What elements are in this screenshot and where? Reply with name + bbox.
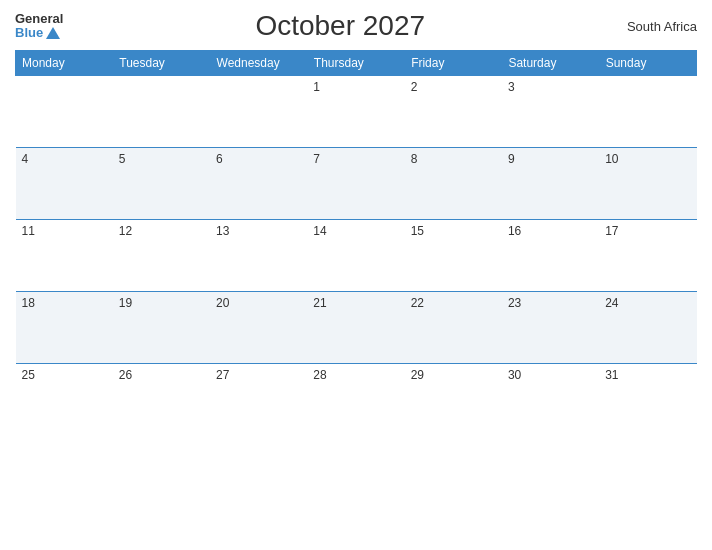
calendar-day-cell: 25 xyxy=(16,364,113,436)
calendar-day-cell: 2 xyxy=(405,76,502,148)
day-number: 8 xyxy=(411,152,418,166)
day-number: 27 xyxy=(216,368,229,382)
day-number: 6 xyxy=(216,152,223,166)
day-number: 24 xyxy=(605,296,618,310)
calendar-day-cell: 19 xyxy=(113,292,210,364)
logo-blue-text: Blue xyxy=(15,26,60,40)
calendar-day-cell: 28 xyxy=(307,364,404,436)
calendar-day-cell: 30 xyxy=(502,364,599,436)
calendar-day-cell: 22 xyxy=(405,292,502,364)
weekday-header-row: Monday Tuesday Wednesday Thursday Friday… xyxy=(16,51,697,76)
day-number: 9 xyxy=(508,152,515,166)
calendar-day-cell: 26 xyxy=(113,364,210,436)
calendar-day-cell: 15 xyxy=(405,220,502,292)
day-number: 28 xyxy=(313,368,326,382)
calendar-title: October 2027 xyxy=(63,10,617,42)
calendar-week-row: 45678910 xyxy=(16,148,697,220)
day-number: 16 xyxy=(508,224,521,238)
calendar-day-cell: 17 xyxy=(599,220,696,292)
country-label: South Africa xyxy=(617,19,697,34)
calendar-day-cell: 27 xyxy=(210,364,307,436)
day-number: 26 xyxy=(119,368,132,382)
calendar-day-cell xyxy=(16,76,113,148)
calendar-day-cell: 31 xyxy=(599,364,696,436)
header-saturday: Saturday xyxy=(502,51,599,76)
day-number: 7 xyxy=(313,152,320,166)
calendar-day-cell xyxy=(210,76,307,148)
day-number: 30 xyxy=(508,368,521,382)
day-number: 31 xyxy=(605,368,618,382)
day-number: 20 xyxy=(216,296,229,310)
calendar-day-cell: 4 xyxy=(16,148,113,220)
calendar-day-cell: 13 xyxy=(210,220,307,292)
calendar-day-cell: 20 xyxy=(210,292,307,364)
day-number: 11 xyxy=(22,224,35,238)
calendar-day-cell: 3 xyxy=(502,76,599,148)
calendar-day-cell: 11 xyxy=(16,220,113,292)
calendar-day-cell: 7 xyxy=(307,148,404,220)
calendar-day-cell: 8 xyxy=(405,148,502,220)
calendar-day-cell: 29 xyxy=(405,364,502,436)
calendar-week-row: 11121314151617 xyxy=(16,220,697,292)
header-thursday: Thursday xyxy=(307,51,404,76)
calendar-grid: Monday Tuesday Wednesday Thursday Friday… xyxy=(15,50,697,436)
calendar-day-cell xyxy=(113,76,210,148)
calendar-day-cell xyxy=(599,76,696,148)
calendar-day-cell: 21 xyxy=(307,292,404,364)
day-number: 5 xyxy=(119,152,126,166)
calendar-day-cell: 5 xyxy=(113,148,210,220)
calendar-day-cell: 14 xyxy=(307,220,404,292)
header-sunday: Sunday xyxy=(599,51,696,76)
header-monday: Monday xyxy=(16,51,113,76)
day-number: 3 xyxy=(508,80,515,94)
calendar-day-cell: 12 xyxy=(113,220,210,292)
calendar-day-cell: 16 xyxy=(502,220,599,292)
day-number: 19 xyxy=(119,296,132,310)
day-number: 17 xyxy=(605,224,618,238)
calendar-day-cell: 24 xyxy=(599,292,696,364)
calendar-day-cell: 6 xyxy=(210,148,307,220)
calendar-week-row: 18192021222324 xyxy=(16,292,697,364)
day-number: 10 xyxy=(605,152,618,166)
day-number: 12 xyxy=(119,224,132,238)
calendar-week-row: 25262728293031 xyxy=(16,364,697,436)
calendar-day-cell: 18 xyxy=(16,292,113,364)
day-number: 15 xyxy=(411,224,424,238)
logo-general-text: General xyxy=(15,12,63,26)
day-number: 22 xyxy=(411,296,424,310)
day-number: 23 xyxy=(508,296,521,310)
calendar-week-row: 123 xyxy=(16,76,697,148)
calendar-day-cell: 1 xyxy=(307,76,404,148)
day-number: 25 xyxy=(22,368,35,382)
day-number: 4 xyxy=(22,152,29,166)
day-number: 18 xyxy=(22,296,35,310)
calendar-day-cell: 9 xyxy=(502,148,599,220)
day-number: 21 xyxy=(313,296,326,310)
header-wednesday: Wednesday xyxy=(210,51,307,76)
calendar-day-cell: 10 xyxy=(599,148,696,220)
day-number: 13 xyxy=(216,224,229,238)
header-friday: Friday xyxy=(405,51,502,76)
logo: General Blue xyxy=(15,12,63,41)
calendar-header: General Blue October 2027 South Africa xyxy=(15,10,697,42)
day-number: 1 xyxy=(313,80,320,94)
day-number: 2 xyxy=(411,80,418,94)
calendar-container: General Blue October 2027 South Africa M… xyxy=(0,0,712,550)
day-number: 29 xyxy=(411,368,424,382)
header-tuesday: Tuesday xyxy=(113,51,210,76)
calendar-day-cell: 23 xyxy=(502,292,599,364)
logo-triangle-icon xyxy=(46,27,60,39)
day-number: 14 xyxy=(313,224,326,238)
